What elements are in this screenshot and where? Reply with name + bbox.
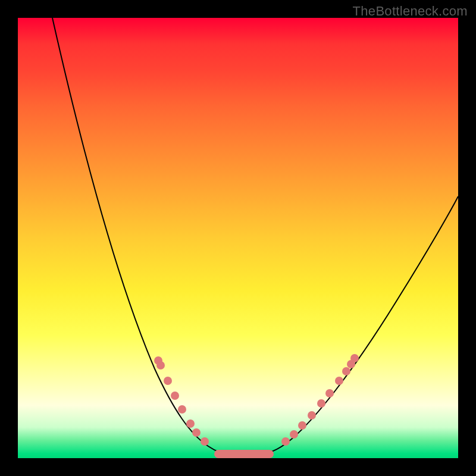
watermark-text: TheBottleneck.com [353,4,468,19]
marker-left-3 [171,392,179,400]
curve-path [52,18,458,454]
marker-right-7 [342,367,350,375]
marker-right-3 [308,411,316,419]
marker-left-4 [178,405,186,414]
marker-right-2 [298,421,306,430]
plot-area [18,18,458,458]
chart-frame: TheBottleneck.com [0,0,476,476]
marker-right-9 [350,354,359,362]
marker-right-1 [290,430,298,439]
marker-left-6 [192,428,201,437]
marker-right-6 [335,377,343,385]
marker-right-5 [325,389,334,397]
marker-left-2 [164,377,172,385]
marker-right-4 [317,399,325,408]
bottleneck-curve [18,18,458,458]
trough-bar [214,450,274,458]
marker-right-0 [281,437,290,446]
marker-left-1 [156,361,165,369]
marker-left-5 [186,419,195,428]
marker-left-7 [201,437,209,446]
